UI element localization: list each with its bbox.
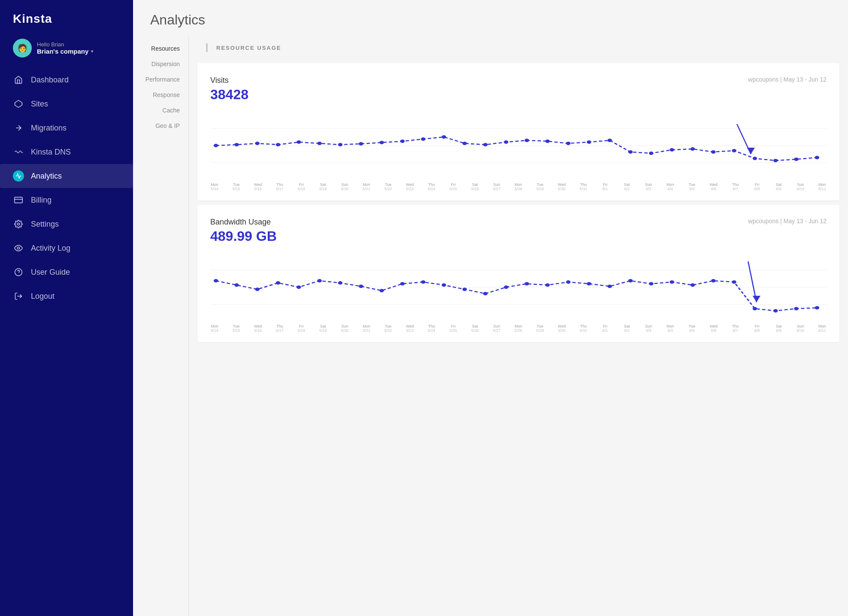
sub-nav-resources[interactable]: Resources [133, 41, 188, 56]
sidebar-item-sites[interactable]: Sites [0, 92, 133, 116]
svg-point-28 [545, 140, 550, 143]
svg-point-12 [214, 144, 218, 147]
sidebar-item-label: Logout [31, 292, 55, 301]
svg-point-39 [773, 159, 778, 162]
sub-nav-response[interactable]: Response [133, 87, 188, 103]
x-label: Thu5/31 [579, 182, 588, 191]
svg-point-25 [483, 143, 488, 146]
x-label: Wed5/16 [254, 324, 262, 333]
x-label: Fri6/8 [753, 182, 761, 191]
svg-point-73 [753, 307, 757, 310]
x-label: Sun5/27 [492, 182, 501, 191]
sub-nav-performance[interactable]: Performance [133, 72, 188, 87]
svg-point-57 [421, 280, 425, 284]
x-label: Sun6/3 [644, 182, 653, 191]
svg-point-61 [504, 285, 508, 289]
svg-point-13 [234, 143, 239, 146]
x-label: Wed6/6 [709, 324, 718, 333]
x-label: Sat5/19 [319, 324, 327, 333]
x-label: Sun6/3 [644, 324, 653, 333]
sidebar-item-logout[interactable]: Logout [0, 284, 133, 308]
svg-point-17 [317, 142, 321, 145]
x-label: Wed5/30 [557, 324, 566, 333]
svg-point-53 [338, 281, 342, 285]
svg-point-27 [524, 139, 529, 142]
sidebar-item-user-guide[interactable]: User Guide [0, 260, 133, 284]
diamond-icon [13, 98, 24, 109]
x-label: Thu6/7 [731, 324, 740, 333]
x-label: Sun5/20 [340, 182, 349, 191]
sidebar-item-label: Sites [31, 100, 48, 109]
circle-question-icon [13, 267, 24, 278]
x-label: Mon5/14 [210, 324, 219, 333]
x-label: Mon6/11 [818, 324, 827, 333]
svg-point-15 [276, 143, 280, 146]
x-label: Fri5/18 [297, 182, 306, 191]
x-label: Mon5/14 [210, 182, 219, 191]
svg-point-16 [297, 140, 301, 144]
x-label: Wed6/6 [709, 182, 718, 191]
x-label: Thu5/24 [427, 182, 436, 191]
svg-point-62 [524, 282, 529, 285]
logo: Kinsta [0, 0, 133, 34]
wave-icon [13, 146, 24, 158]
x-label: Mon6/4 [666, 182, 675, 191]
sidebar-item-label: Dashboard [31, 76, 69, 85]
sub-nav-dispersion[interactable]: Dispersion [133, 56, 188, 72]
visits-chart-card: Visits wpcoupons | May 13 - Jun 12 38428 [197, 63, 839, 200]
svg-point-49 [255, 288, 259, 291]
sidebar-item-activity-log[interactable]: Activity Log [0, 236, 133, 260]
sidebar-item-kinsta-dns[interactable]: Kinsta DNS [0, 140, 133, 164]
x-label: Fri6/1 [601, 324, 609, 333]
svg-point-34 [669, 148, 674, 152]
sidebar: Kinsta 🧑 Hello Brian Brian's company ▾ D… [0, 0, 133, 616]
svg-point-40 [794, 158, 798, 161]
x-label: Tue5/29 [536, 324, 544, 333]
main-content: Analytics Resources Dispersion Performan… [133, 0, 848, 616]
x-label: Sun5/27 [492, 324, 501, 333]
x-label: Tue5/15 [232, 324, 241, 333]
sidebar-item-dashboard[interactable]: Dashboard [0, 68, 133, 92]
svg-point-72 [732, 280, 736, 284]
sub-nav-cache[interactable]: Cache [133, 103, 188, 118]
x-label: Fri5/18 [297, 324, 306, 333]
sub-nav: Resources Dispersion Performance Respons… [133, 36, 189, 616]
sidebar-item-settings[interactable]: Settings [0, 212, 133, 236]
x-label: Thu5/17 [276, 324, 284, 333]
svg-point-55 [379, 289, 384, 292]
x-label: Wed5/16 [254, 182, 262, 191]
x-label: Sat5/26 [471, 182, 479, 191]
svg-point-67 [628, 279, 633, 282]
svg-point-37 [732, 149, 736, 152]
page-title: Analytics [133, 0, 848, 36]
sidebar-item-migrations[interactable]: Migrations [0, 116, 133, 140]
x-label: Tue6/5 [687, 182, 696, 191]
house-icon [13, 74, 24, 85]
sidebar-item-analytics[interactable]: Analytics [0, 164, 133, 188]
eye-icon [13, 243, 24, 254]
x-label: Fri6/1 [601, 182, 609, 191]
svg-point-56 [400, 282, 405, 285]
x-label: Sat6/9 [775, 182, 783, 191]
svg-point-20 [379, 141, 384, 144]
sub-nav-geo-ip[interactable]: Geo & IP [133, 118, 188, 134]
svg-point-14 [255, 142, 259, 145]
visits-chart [210, 111, 827, 182]
svg-point-50 [276, 281, 280, 285]
x-label: Wed5/30 [557, 182, 566, 191]
x-label: Sun5/20 [340, 324, 349, 333]
sidebar-item-label: Billing [31, 196, 51, 205]
sidebar-item-label: User Guide [31, 268, 70, 277]
svg-point-70 [691, 283, 695, 287]
chart-icon [13, 170, 24, 182]
svg-point-66 [608, 285, 612, 288]
sidebar-item-billing[interactable]: Billing [0, 188, 133, 212]
svg-point-65 [587, 282, 591, 285]
x-label: Thu5/17 [276, 182, 284, 191]
svg-point-47 [214, 279, 218, 282]
x-label: Sat6/2 [623, 324, 631, 333]
svg-point-71 [711, 279, 715, 282]
logout-icon [13, 291, 24, 302]
user-info[interactable]: 🧑 Hello Brian Brian's company ▾ [0, 34, 133, 68]
x-label: Tue6/5 [687, 324, 696, 333]
